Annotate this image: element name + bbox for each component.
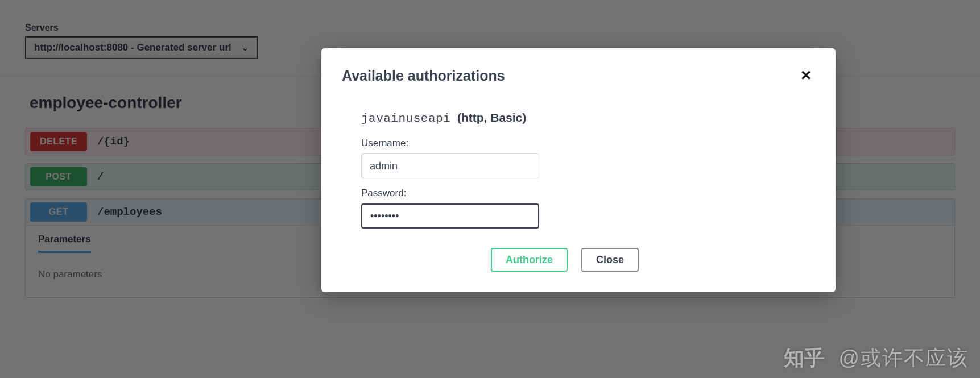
username-label: Username: <box>361 138 815 149</box>
authorize-button[interactable]: Authorize <box>491 248 568 272</box>
auth-scheme-name: javainuseapi <box>361 112 450 125</box>
close-button[interactable]: Close <box>581 248 639 272</box>
close-icon[interactable]: ✕ <box>797 65 815 86</box>
modal-title: Available authorizations <box>342 68 505 84</box>
username-input[interactable] <box>361 153 539 178</box>
auth-scheme-heading: javainuseapi (http, Basic) <box>361 111 815 125</box>
password-input[interactable] <box>361 203 539 229</box>
auth-scheme-type: (http, Basic) <box>457 111 526 124</box>
authorization-modal: Available authorizations ✕ javainuseapi … <box>321 48 836 292</box>
password-label: Password: <box>361 188 815 199</box>
